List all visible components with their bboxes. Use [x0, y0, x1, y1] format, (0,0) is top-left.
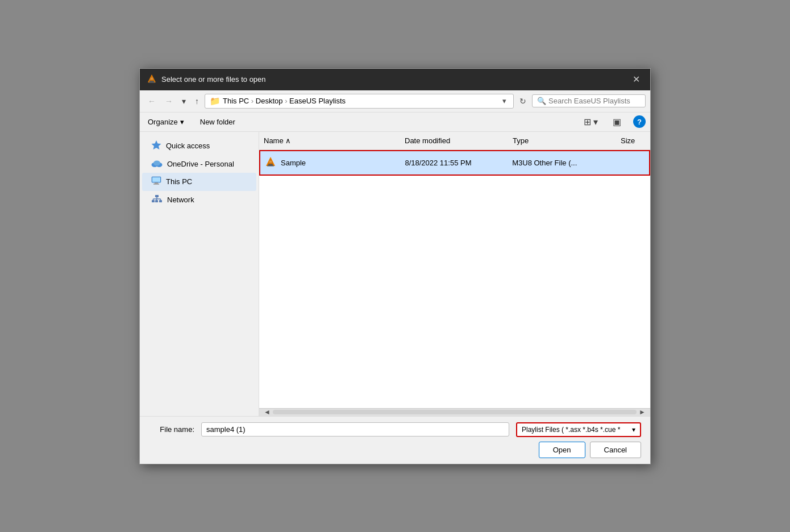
file-name-cell: Sample — [260, 155, 400, 171]
onedrive-icon — [151, 159, 163, 169]
path-part-1: This PC — [223, 97, 249, 105]
col-header-size[interactable]: Size — [616, 134, 650, 147]
toolbar: Organize ▾ New folder ⊞ ▾ ▣ ? — [140, 113, 650, 132]
address-dropdown-icon[interactable]: ▾ — [500, 97, 509, 105]
path-sep-1: › — [251, 97, 256, 105]
address-path: This PC › Desktop › EaseUS Playlists — [223, 97, 498, 105]
new-folder-label: New folder — [200, 118, 235, 126]
filetype-dropdown[interactable]: Playlist Files ( *.asx *.b4s *.cue * ▾ — [516, 422, 641, 437]
col-header-type[interactable]: Type — [508, 134, 616, 147]
svg-rect-13 — [153, 184, 159, 185]
col-header-name[interactable]: Name ∧ — [259, 134, 400, 147]
file-list: Sample 8/18/2022 11:55 PM M3U8 Other Fil… — [259, 150, 650, 408]
svg-point-9 — [153, 160, 160, 165]
svg-rect-12 — [155, 182, 158, 184]
file-row-sample[interactable]: Sample 8/18/2022 11:55 PM M3U8 Other Fil… — [259, 150, 650, 176]
file-area: Name ∧ Date modified Type Size — [259, 132, 650, 416]
sidebar-item-network[interactable]: Network — [142, 191, 256, 209]
sidebar: Quick access OneDrive - Personal — [140, 132, 259, 416]
sort-icon: ∧ — [285, 136, 291, 145]
buttons-row: Open Cancel — [149, 442, 641, 458]
sidebar-item-quick-access-label: Quick access — [166, 142, 210, 150]
filename-row: File name: Playlist Files ( *.asx *.b4s … — [149, 422, 641, 437]
svg-rect-28 — [269, 162, 272, 163]
search-icon: 🔍 — [537, 97, 546, 105]
path-sep-2: › — [285, 97, 289, 105]
file-open-dialog: Select one or more files to open ✕ ← → ▾… — [139, 68, 651, 464]
file-size — [615, 161, 649, 164]
svg-rect-15 — [152, 200, 155, 202]
view-arrow-icon: ▾ — [593, 117, 598, 127]
refresh-button[interactable]: ↻ — [516, 95, 530, 107]
search-input[interactable] — [548, 97, 641, 105]
svg-rect-3 — [148, 82, 155, 83]
file-type: M3U8 Other File (... — [508, 157, 615, 168]
dialog-title: Select one or more files to open — [161, 75, 625, 84]
pane-button[interactable]: ▣ — [610, 115, 624, 129]
scroll-right-button[interactable]: ► — [637, 408, 648, 416]
file-vlc-icon — [265, 156, 276, 170]
sidebar-item-quick-access[interactable]: Quick access — [142, 136, 256, 156]
open-button[interactable]: Open — [539, 442, 585, 458]
organize-label: Organize — [148, 118, 178, 126]
svg-rect-5 — [151, 79, 153, 80]
new-folder-button[interactable]: New folder — [197, 115, 239, 128]
svg-marker-6 — [152, 140, 161, 149]
sidebar-item-this-pc[interactable]: This PC — [142, 173, 256, 191]
address-bar[interactable]: 📁 This PC › Desktop › EaseUS Playlists ▾ — [205, 94, 514, 109]
title-bar: Select one or more files to open ✕ — [140, 69, 650, 90]
svg-rect-11 — [152, 177, 160, 182]
quick-access-icon — [151, 140, 161, 152]
this-pc-icon — [151, 176, 161, 188]
view-options-button[interactable]: ⊞ ▾ — [581, 115, 601, 129]
up-button[interactable]: ↑ — [192, 94, 202, 108]
file-column-headers: Name ∧ Date modified Type Size — [259, 132, 650, 150]
scroll-left-button[interactable]: ◄ — [261, 408, 273, 416]
filetype-value: Playlist Files ( *.asx *.b4s *.cue * — [522, 426, 620, 434]
cancel-button[interactable]: Cancel — [590, 442, 641, 458]
network-icon — [151, 194, 163, 206]
main-area: Quick access OneDrive - Personal — [140, 132, 650, 416]
organize-button[interactable]: Organize ▾ — [144, 115, 188, 128]
file-date: 8/18/2022 11:55 PM — [400, 157, 508, 168]
forward-button[interactable]: → — [161, 94, 176, 108]
path-part-2: Desktop — [256, 97, 283, 105]
bottom-bar: File name: Playlist Files ( *.asx *.b4s … — [140, 416, 650, 464]
folder-icon: 📁 — [210, 96, 221, 106]
sidebar-item-this-pc-label: This PC — [166, 177, 192, 186]
dialog-icon — [147, 73, 157, 86]
filetype-dropdown-icon: ▾ — [632, 426, 635, 434]
view-icon: ⊞ — [584, 117, 591, 127]
path-part-3: EaseUS Playlists — [289, 97, 346, 105]
svg-rect-17 — [159, 200, 162, 202]
recent-locations-button[interactable]: ▾ — [178, 94, 189, 108]
svg-rect-16 — [155, 200, 158, 202]
sidebar-item-onedrive-label: OneDrive - Personal — [167, 160, 234, 168]
sidebar-item-network-label: Network — [167, 196, 194, 204]
close-button[interactable]: ✕ — [629, 74, 643, 85]
file-name: Sample — [281, 159, 306, 167]
nav-bar: ← → ▾ ↑ 📁 This PC › Desktop › EaseUS Pla… — [140, 90, 650, 113]
svg-rect-27 — [269, 161, 272, 161]
sidebar-item-onedrive[interactable]: OneDrive - Personal — [142, 156, 256, 173]
organize-arrow-icon: ▾ — [180, 118, 184, 126]
horizontal-scrollbar[interactable]: ◄ ► — [259, 408, 650, 416]
help-button[interactable]: ? — [633, 115, 646, 128]
search-box: 🔍 — [532, 94, 646, 107]
svg-rect-4 — [151, 78, 153, 78]
scroll-track — [273, 410, 637, 414]
back-button[interactable]: ← — [144, 94, 159, 108]
filename-label: File name: — [149, 425, 194, 434]
svg-rect-26 — [267, 165, 274, 167]
svg-rect-14 — [155, 195, 159, 197]
filename-input[interactable] — [201, 422, 509, 437]
col-header-date[interactable]: Date modified — [400, 134, 508, 147]
